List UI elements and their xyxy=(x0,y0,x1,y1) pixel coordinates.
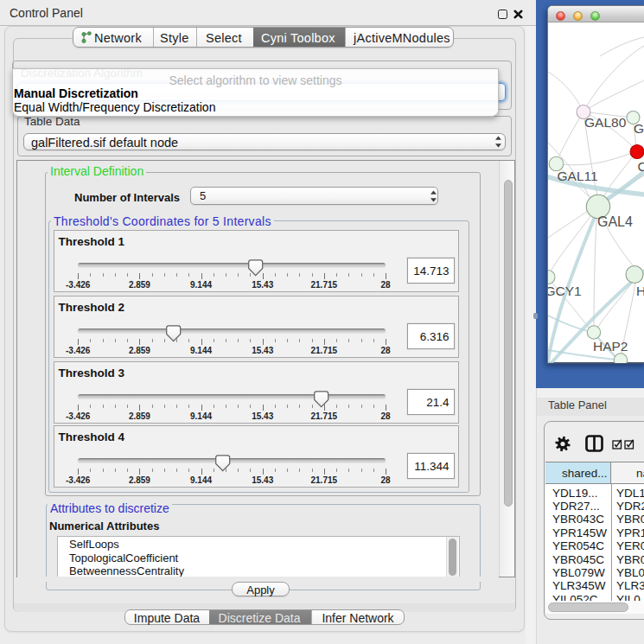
svg-text:GA: GA xyxy=(634,121,644,136)
svg-text:GCY1: GCY1 xyxy=(548,284,582,298)
svg-text:HAP2: HAP2 xyxy=(593,339,628,354)
svg-text:H: H xyxy=(636,284,644,298)
svg-text:GAL4: GAL4 xyxy=(597,214,633,229)
svg-text:GAL80: GAL80 xyxy=(584,115,627,130)
svg-text:C: C xyxy=(638,159,644,174)
svg-text:GAL11: GAL11 xyxy=(558,169,598,183)
